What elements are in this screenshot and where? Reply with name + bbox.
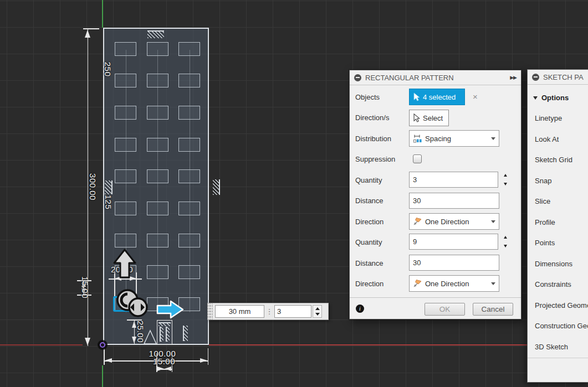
collapse-icon[interactable] <box>532 74 539 81</box>
drag-handle[interactable] <box>208 303 213 319</box>
dimension-label-300[interactable]: 300.00 <box>88 168 98 206</box>
chevron-down-icon <box>533 96 538 100</box>
palette-divider <box>528 358 588 358</box>
dialog-titlebar[interactable]: RECTANGULAR PATTERN ▶▶ <box>350 70 521 85</box>
palette-item-look-at[interactable]: Look At <box>535 135 588 145</box>
dimension-arrow <box>85 338 90 345</box>
pattern-instance[interactable] <box>178 265 200 279</box>
pattern-instance[interactable] <box>147 265 168 279</box>
info-icon[interactable]: i <box>356 305 364 313</box>
expand-chevrons-icon[interactable]: ▶▶ <box>510 75 517 80</box>
objects-selected-count: 4 selected <box>423 93 456 101</box>
palette-item-profile[interactable]: Profile <box>535 218 588 228</box>
pattern-instance[interactable] <box>178 138 200 152</box>
pattern-instance[interactable] <box>147 234 168 247</box>
pattern-instance[interactable] <box>115 234 136 247</box>
stepper-down-icon[interactable] <box>504 183 507 185</box>
quantity1-input[interactable]: 3 <box>409 172 498 188</box>
dimension-label-250[interactable]: 250 <box>103 59 113 79</box>
distribution-dropdown[interactable]: Spacing <box>409 130 499 147</box>
distance2-input[interactable]: 30 <box>409 255 499 271</box>
palette-item-snap[interactable]: Snap <box>535 177 588 187</box>
pattern-instance[interactable] <box>115 138 136 152</box>
pattern-instance[interactable] <box>115 169 136 183</box>
quantity-stepper[interactable] <box>313 305 322 318</box>
pattern-instance[interactable] <box>147 74 168 87</box>
move-right-arrow-manipulator[interactable] <box>156 300 185 319</box>
quantity2-stepper[interactable] <box>502 234 509 250</box>
direction1-dropdown[interactable]: One Direction <box>409 213 499 230</box>
fixed-constraint-icon <box>213 179 220 195</box>
pattern-instance[interactable] <box>115 42 136 56</box>
stepper-up-icon[interactable] <box>315 307 320 310</box>
objects-selected-button[interactable]: 4 selected <box>409 89 465 105</box>
dialog-title: RECTANGULAR PATTERN <box>365 74 454 82</box>
fixed-constraint-icon <box>183 326 188 341</box>
distance1-input[interactable]: 30 <box>409 193 499 209</box>
pattern-instance[interactable] <box>147 42 168 56</box>
ok-button[interactable]: OK <box>425 303 465 316</box>
clear-selection-button[interactable]: × <box>473 92 478 101</box>
direction-select-button[interactable]: Select <box>409 110 449 126</box>
collapse-icon[interactable] <box>354 74 361 81</box>
move-handle-manipulator[interactable] <box>114 286 151 321</box>
pattern-instance[interactable] <box>178 169 200 183</box>
pattern-instance[interactable] <box>147 106 168 120</box>
palette-item-dimensions[interactable]: Dimensions <box>535 260 588 270</box>
pattern-instance[interactable] <box>178 234 200 247</box>
dimension-arrow <box>200 358 207 363</box>
pattern-instance[interactable] <box>178 42 200 56</box>
pattern-instance[interactable] <box>178 74 200 87</box>
palette-item-slice[interactable]: Slice <box>535 197 588 207</box>
quantity1-stepper[interactable] <box>502 172 509 188</box>
palette-item-linetype[interactable]: Linetype <box>535 114 588 124</box>
palette-item-points[interactable]: Points <box>535 239 588 249</box>
cancel-button[interactable]: Cancel <box>473 303 513 316</box>
dimension-label-15-left[interactable]: 15.00 <box>80 272 90 302</box>
palette-item-constraints[interactable]: Constraints <box>535 280 588 290</box>
pattern-instance[interactable] <box>147 169 168 183</box>
pattern-instance[interactable] <box>115 106 136 120</box>
pattern-instance[interactable] <box>178 106 200 120</box>
palette-item-construction-geometry[interactable]: Construction Geometry <box>535 322 588 332</box>
dimension-extension <box>208 348 209 365</box>
fixed-constraint-icon <box>147 30 164 38</box>
stepper-down-icon[interactable] <box>504 245 507 247</box>
stepper-down-icon[interactable] <box>315 313 320 316</box>
distance-value-input[interactable]: 30 mm <box>215 305 264 318</box>
suppression-label: Suppression <box>355 155 395 163</box>
quantity2-input[interactable]: 9 <box>409 234 498 250</box>
direction-select-label: Select <box>423 114 443 122</box>
dimension-label-125[interactable]: 125 <box>104 191 113 213</box>
origin-point-center <box>100 342 105 348</box>
palette-titlebar[interactable]: SKETCH PALETTE <box>528 70 588 85</box>
pattern-instance[interactable] <box>147 202 168 215</box>
options-section-header[interactable]: Options <box>533 94 569 102</box>
pattern-instance[interactable] <box>115 202 136 215</box>
pattern-instance[interactable] <box>115 74 136 87</box>
dimension-label-15-bottom[interactable]: 15.00 <box>151 357 177 366</box>
distance1-label: Distance <box>355 197 384 205</box>
palette-item-3d-sketch[interactable]: 3D Sketch <box>535 343 588 353</box>
suppression-checkbox[interactable] <box>413 154 422 163</box>
one-direction-flag-icon <box>413 217 422 226</box>
stepper-up-icon[interactable] <box>504 174 507 177</box>
chevron-down-icon <box>491 137 495 140</box>
quantity-value-input[interactable]: 3 <box>274 305 311 318</box>
directions-label: Direction/s <box>355 113 389 122</box>
direction1-value: One Direction <box>425 218 469 226</box>
rectangular-pattern-dialog: RECTANGULAR PATTERN ▶▶ Objects 4 selecte… <box>349 70 521 319</box>
palette-title: SKETCH PALETTE <box>543 73 584 81</box>
pattern-instance[interactable] <box>147 138 168 152</box>
dimension-arrow <box>165 367 171 371</box>
x-axis-red-right <box>209 344 527 345</box>
pattern-instance[interactable] <box>178 202 200 215</box>
stepper-up-icon[interactable] <box>504 236 507 239</box>
direction2-dropdown[interactable]: One Direction <box>409 275 499 292</box>
move-up-arrow-manipulator[interactable] <box>113 248 137 279</box>
more-options-icon[interactable]: ⋮ <box>264 307 274 316</box>
chevron-down-icon <box>491 282 495 285</box>
dimension-label-25[interactable]: 25.00 <box>136 317 145 347</box>
palette-item-projected-geometry[interactable]: Projected Geometry <box>535 301 588 311</box>
palette-item-sketch-grid[interactable]: Sketch Grid <box>535 156 588 166</box>
